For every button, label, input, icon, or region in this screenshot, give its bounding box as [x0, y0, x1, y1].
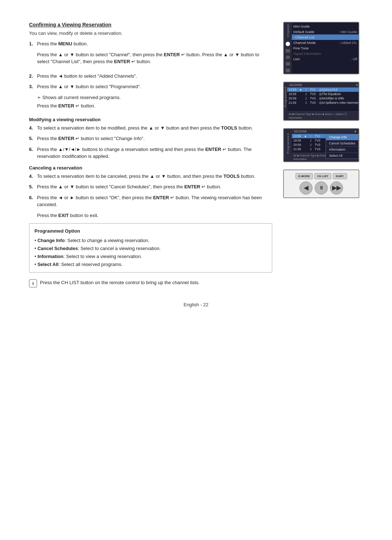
step-3: 3. Press the ▲ or ▼ button to select "Pr… — [29, 83, 272, 90]
can-step-5-num: 5. — [29, 183, 37, 191]
prog-row-1-2: 16:59 2 TV3 ◎The Equalizer — [287, 92, 359, 96]
option-item-3: Information: Select to view a viewing re… — [34, 253, 267, 261]
channel-menu-items: Mini Guide Default Guide : Mini Guide · … — [292, 22, 359, 74]
step-1-sub: Press the ▲ or ▼ button to select "Chann… — [37, 51, 272, 65]
emode-button[interactable]: E.MODE — [295, 173, 313, 179]
prog-footer-1: All ■ Channel Type ■ Zoom ■ Select ⌂ Opt… — [287, 111, 359, 120]
sidebar-icon-3 — [286, 56, 290, 59]
step-3-num: 3. — [29, 83, 37, 90]
menu-item-signalinfo: Signal Information — [292, 51, 359, 56]
prog-date-1: M1/2006 — [289, 83, 302, 87]
mod-step-5-content: Press the ENTER ↵ button to select "Chan… — [37, 135, 272, 142]
step-2-num: 2. — [29, 73, 37, 80]
section-title: Confirming a Viewing Reservation — [29, 22, 272, 28]
remote-control: E.MODE CH LIST SUBT. ◀ ⏸ ▶▶ — [283, 169, 359, 198]
mod-step-4: 4. To select a reservation item to be mo… — [29, 124, 272, 132]
context-item-changeinfo: Change Info — [326, 134, 358, 140]
prog-dot-2: ● — [355, 130, 356, 133]
step-1-content: Press the MENU button. — [37, 40, 272, 48]
enter-key-1: ENTER — [164, 52, 180, 57]
context-item-cancelschedules: Cancel Schedules — [326, 140, 358, 147]
tools-key-1: TOOLS — [221, 125, 237, 131]
prog-screen-1-inner: Programmed M1/2006 ● 13:59 ● 5 TV1 ◎Quin… — [284, 82, 359, 120]
option-4-bold: Select All — [37, 262, 58, 267]
bottom-note-block: ℹ Press the CH LIST button on the remote… — [29, 279, 272, 287]
menu-key: MENU — [58, 41, 72, 46]
mod-step-6: 6. Press the ▲/▼/◄/► buttons to change a… — [29, 146, 272, 160]
prog-date-2: M1/2006 — [294, 130, 307, 133]
step-3-note1: ➣ Shows all current reserved programs. — [37, 94, 272, 101]
can-step-4: 4. To select a reservation item to be ca… — [29, 173, 272, 180]
mod-step-4-num: 4. — [29, 124, 37, 132]
sidebar-icon-2 — [286, 49, 290, 53]
menu-item-channelmode: Channel Mode : Added Ch. — [292, 40, 359, 45]
step-2: 2. Press the ◄ button to select "Added C… — [29, 73, 272, 80]
modifying-subheading: Modifying a viewing reservation — [29, 117, 272, 122]
prog-row-1-3: 20:59 2 TV3 ◎McMillan & Wife — [287, 96, 359, 101]
bottom-note-text: Press the CH LIST button on the remote c… — [40, 279, 200, 286]
prev-button[interactable]: ◀ — [299, 181, 313, 195]
enter-key-5: ENTER — [205, 147, 221, 152]
prog-header-1: M1/2006 ● — [287, 82, 359, 87]
page-container: Confirming a Viewing Reservation You can… — [0, 0, 392, 540]
context-item-information: Information — [326, 147, 358, 153]
can-step-6-content: Press the ◄ or ► button to select "OK", … — [37, 194, 272, 208]
option-item-1: Change Info: Select to change a viewing … — [34, 237, 267, 245]
tools-key-2: TOOLS — [224, 173, 240, 179]
prog-main-1: M1/2006 ● 13:59 ● 5 TV1 ◎Quincy.M.E 16:5… — [287, 82, 359, 120]
enter-key-4: ENTER — [58, 136, 74, 141]
step-3-content: Press the ▲ or ▼ button to select "Progr… — [37, 83, 272, 90]
mod-step-5: 5. Press the ENTER ↵ button to select "C… — [29, 135, 272, 142]
right-column: Channel Mini Guide Default Guide — [283, 22, 363, 287]
note-icon: ℹ — [29, 279, 37, 287]
can-step-5: 5. Press the ▲ or ▼ button to select "Ca… — [29, 183, 272, 191]
prog-sidebar-2: Programmed — [284, 129, 292, 161]
mod-step-4-content: To select a reservation item to be modif… — [37, 124, 272, 132]
channel-menu-screen: Channel Mini Guide Default Guide — [283, 22, 359, 74]
prog-sidebar-label-1: Programmed — [284, 87, 287, 107]
remote-top-row: E.MODE CH LIST SUBT. — [287, 173, 355, 179]
option-item-2: Cancel Schedules: Select to cancel a vie… — [34, 245, 267, 253]
menu-item-lna: LNA : Off — [292, 56, 359, 62]
prog-sidebar-1: Programmed — [284, 82, 287, 120]
step-3-note2: Press the ENTER ↵ button. — [37, 102, 272, 110]
programmed-screen-2: Programmed M1/2006 ● 13:59 ● 5 TV1 — [283, 128, 359, 162]
menu-item-defaultguide: Default Guide : Mini Guide — [292, 29, 359, 34]
option-3-bold: Information — [37, 254, 64, 259]
footer-text: English - 22 — [184, 302, 209, 307]
can-step-4-num: 4. — [29, 173, 37, 180]
sidebar-icon-4 — [286, 62, 290, 66]
mod-step-6-num: 6. — [29, 146, 37, 160]
enter-key-6: ENTER — [184, 184, 200, 189]
prog-main-2: M1/2006 ● 13:59 ● 5 TV1 18:59 — [292, 129, 359, 161]
prog-row-1-1: 13:59 ● 5 TV1 ◎Quincy.M.E — [287, 87, 359, 92]
step-1-num: 1. — [29, 40, 37, 48]
enter-key-2: ENTER — [114, 59, 130, 64]
canceling-subheading: Canceling a reservation — [29, 165, 272, 171]
chlist-button[interactable]: CH LIST — [314, 173, 331, 179]
channel-sidebar-label: Channel — [286, 24, 290, 37]
prog-row-1-4: 21:59 2 TV3 ◎M.Spillane's mike Hammer — [287, 101, 359, 105]
channel-sidebar: Channel — [284, 22, 292, 74]
can-step-4-content: To select a reservation item to be cance… — [37, 173, 272, 180]
pause-button[interactable]: ⏸ — [315, 181, 328, 195]
subt-button[interactable]: SUBT. — [333, 173, 347, 179]
option-1-bold: Change Info — [37, 238, 65, 243]
next-button[interactable]: ▶▶ — [330, 181, 343, 195]
context-menu-popup: Change Info Cancel Schedules Information… — [326, 134, 359, 159]
programmed-option-title: Programmed Option — [34, 227, 267, 235]
prog-dot-1: ● — [356, 83, 358, 87]
programmed-option-list: Change Info: Select to change a viewing … — [34, 237, 267, 269]
prog-header-2: M1/2006 ● — [292, 129, 359, 134]
menu-item-finetune: Fine Tune — [292, 45, 359, 51]
context-item-selectall: Select All — [326, 153, 358, 159]
channel-screen-inner: Channel Mini Guide Default Guide — [284, 22, 359, 74]
option-2-bold: Cancel Schedules — [37, 246, 78, 251]
can-step-6-num: 6. — [29, 194, 37, 208]
sidebar-icon-1 — [286, 42, 290, 46]
enter-key-7: ENTER — [153, 195, 169, 200]
exit-key: EXIT — [58, 213, 69, 218]
left-column: Confirming a Viewing Reservation You can… — [29, 22, 272, 287]
step-2-content: Press the ◄ button to select "Added Chan… — [37, 73, 272, 80]
step-1: 1. Press the MENU button. — [29, 40, 272, 48]
